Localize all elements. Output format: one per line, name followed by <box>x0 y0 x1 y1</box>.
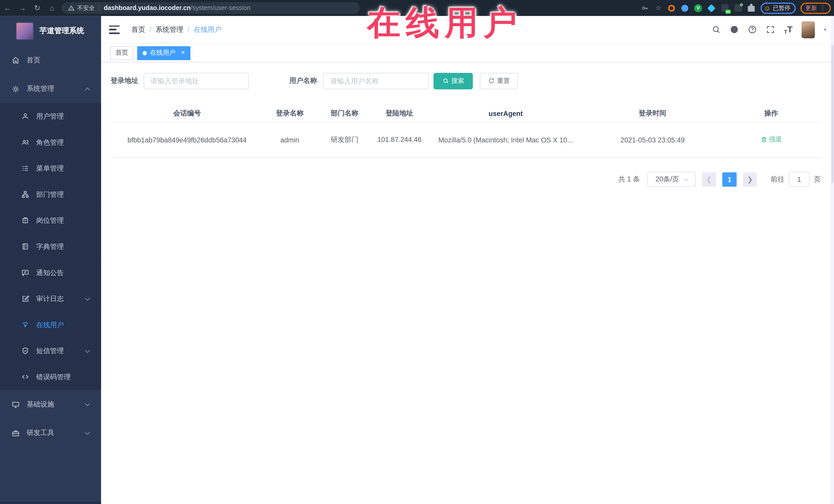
home-nav-icon[interactable]: ⌂ <box>45 4 60 12</box>
chevron-down-icon <box>85 401 90 406</box>
hamburger-icon[interactable] <box>109 25 119 34</box>
search-icon <box>442 78 448 84</box>
breadcrumb-system[interactable]: 系统管理 <box>156 25 183 34</box>
chevron-down-icon <box>85 295 90 301</box>
main-content: 登录地址 用户名称 搜索 重置 会话编号 登录名称 部门名称 登陆地址 use <box>101 63 834 504</box>
address-bar[interactable]: 不安全 dashboard.yudao.iocoder.cn/system/us… <box>62 2 359 14</box>
warning-icon <box>68 5 74 11</box>
security-label[interactable]: 不安全 <box>77 4 95 12</box>
sidebar-item-dict-management[interactable]: 字典管理 <box>0 234 101 260</box>
tab-online-users[interactable]: 在线用户 × <box>137 46 191 60</box>
back-icon[interactable]: ← <box>0 4 15 12</box>
refresh-icon <box>488 78 495 84</box>
col-login-address: 登陆地址 <box>371 105 428 121</box>
login-address-input[interactable] <box>144 73 249 89</box>
sidebar-item-system-management[interactable]: 系统管理 <box>0 74 101 103</box>
sidebar-item-menu-management[interactable]: 菜单管理 <box>0 155 101 181</box>
sidebar-item-infrastructure[interactable]: 基础设施 <box>0 390 101 419</box>
search-icon[interactable] <box>711 25 721 34</box>
extension-translate-icon[interactable]: en <box>721 4 729 12</box>
table-header-row: 会话编号 登录名称 部门名称 登陆地址 userAgent 登录时间 操作 <box>113 105 821 122</box>
profile-emoji-icon: ☺ <box>764 4 771 12</box>
filter-form: 登录地址 用户名称 搜索 重置 <box>111 72 518 89</box>
sidebar-item-role-management[interactable]: 角色管理 <box>0 129 101 155</box>
sidebar-item-online-users[interactable]: 在线用户 <box>0 312 101 338</box>
sidebar-item-sms-management[interactable]: 短信管理 <box>0 338 101 364</box>
org-tree-icon <box>21 191 29 198</box>
sidebar-item-post-management[interactable]: 岗位管理 <box>0 207 101 234</box>
shield-icon <box>21 347 29 355</box>
reload-icon[interactable]: ↻ <box>30 4 45 12</box>
username-input[interactable] <box>323 73 429 89</box>
extension-blue-icon[interactable] <box>681 4 689 12</box>
tab-home[interactable]: 首页 <box>110 46 133 60</box>
col-user-agent: userAgent <box>428 107 584 119</box>
code-icon <box>21 373 29 381</box>
extension-dark-icon[interactable] <box>734 4 742 12</box>
scrollbar[interactable] <box>831 16 834 504</box>
login-address-label: 登录地址 <box>111 76 138 85</box>
breadcrumb-home[interactable]: 首页 <box>131 25 145 34</box>
badge-icon <box>21 217 29 224</box>
gear-icon <box>12 85 20 93</box>
sidebar-item-home[interactable]: 首页 <box>0 46 101 74</box>
chevron-down-icon <box>85 430 90 435</box>
extension-green-v-icon[interactable]: V <box>694 4 702 12</box>
scrollbar-thumb[interactable] <box>831 45 833 183</box>
active-dot-icon <box>142 51 147 55</box>
current-page-button[interactable]: 1 <box>722 172 737 187</box>
cell-user-agent: Mozilla/5.0 (Macintosh; Intel Mac OS X 1… <box>428 134 584 146</box>
search-button[interactable]: 搜索 <box>434 73 473 89</box>
browser-menu-icon[interactable]: ⋮ <box>820 4 826 12</box>
breadcrumb: 首页 / 系统管理 / 在线用户 <box>131 25 221 34</box>
sidebar-item-audit-log[interactable]: 审计日志 <box>0 286 101 312</box>
forward-icon[interactable]: → <box>15 4 30 12</box>
chrome-update-button[interactable]: 更新 ⋮ <box>800 2 831 14</box>
header-actions: TT ▾ <box>711 21 827 38</box>
key-icon[interactable] <box>641 4 649 12</box>
extensions-puzzle-icon[interactable] <box>747 4 756 12</box>
pagination: 共 1 条 20条/页 ❮ 1 ❯ 前往 页 <box>618 172 821 187</box>
cell-login-address: 101.87.244.46 <box>371 132 428 148</box>
goto-page-input[interactable] <box>789 172 810 187</box>
help-icon[interactable] <box>748 25 757 34</box>
chat-icon <box>21 269 29 277</box>
cell-login-name: admin <box>262 134 318 146</box>
users-icon <box>21 138 29 146</box>
extension-gem-icon[interactable] <box>707 4 716 12</box>
next-page-button[interactable]: ❯ <box>743 172 757 187</box>
breadcrumb-current: 在线用户 <box>194 25 221 34</box>
bookmark-star-icon[interactable]: ☆ <box>654 4 663 12</box>
sidebar-item-error-code[interactable]: 错误码管理 <box>0 364 101 390</box>
sidebar-bottom-strip <box>0 502 101 504</box>
avatar[interactable] <box>802 21 815 38</box>
github-icon[interactable] <box>730 25 739 34</box>
cell-login-time: 2021-05-03 23:05:49 <box>584 134 722 146</box>
chevron-down-icon <box>85 348 90 353</box>
tags-view-bar: 首页 在线用户 × <box>101 44 834 62</box>
col-dept-name: 部门名称 <box>318 107 371 120</box>
extension-orange-icon[interactable] <box>667 4 676 12</box>
url-path[interactable]: /system/user-session <box>191 4 251 12</box>
pagination-goto: 前往 页 <box>771 172 821 187</box>
sidebar-item-notice[interactable]: 通知公告 <box>0 259 101 286</box>
fullscreen-icon[interactable] <box>766 25 775 34</box>
sidebar: 芋道管理系统 首页 系统管理 用户管理 角色管理 菜单管理 部门管理 <box>0 16 101 504</box>
logo-image <box>16 22 34 40</box>
avatar-caret-icon[interactable]: ▾ <box>824 27 827 32</box>
prev-page-button[interactable]: ❮ <box>702 172 716 187</box>
app-logo[interactable]: 芋道管理系统 <box>0 16 101 46</box>
font-size-icon[interactable]: TT <box>784 25 792 34</box>
online-users-table: 会话编号 登录名称 部门名称 登陆地址 userAgent 登录时间 操作 bf… <box>113 105 821 158</box>
reset-button[interactable]: 重置 <box>480 73 518 89</box>
force-logout-button[interactable]: 强退 <box>760 135 782 144</box>
sidebar-item-user-management[interactable]: 用户管理 <box>0 103 101 129</box>
monitor-icon <box>12 400 20 408</box>
sidebar-item-dept-management[interactable]: 部门管理 <box>0 181 101 207</box>
page-size-select[interactable]: 20条/页 <box>647 172 696 187</box>
cell-dept-name: 研发部门 <box>318 133 371 147</box>
profile-paused-badge[interactable]: ☺ 已暂停 <box>760 2 795 14</box>
url-host[interactable]: dashboard.yudao.iocoder.cn <box>104 4 191 12</box>
close-icon[interactable]: × <box>179 49 186 57</box>
sidebar-item-dev-tools[interactable]: 研发工具 <box>0 419 101 447</box>
